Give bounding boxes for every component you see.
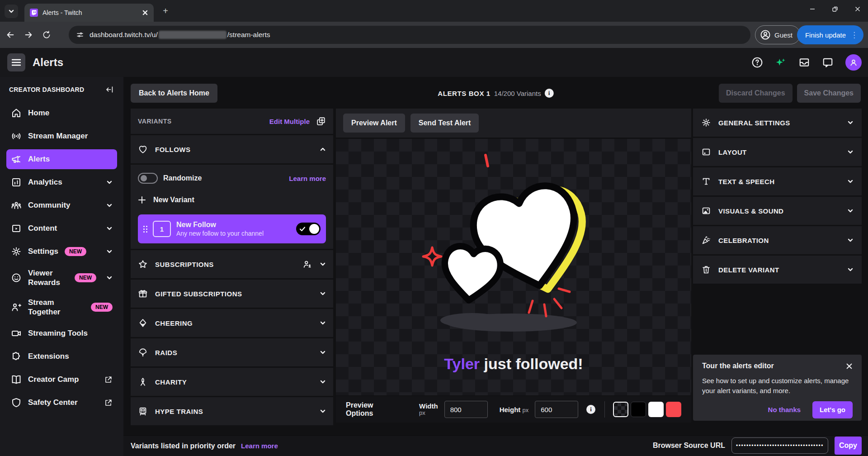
tab-search-button[interactable] — [5, 5, 18, 18]
background-swatch-black[interactable] — [631, 402, 646, 417]
browser-tab[interactable]: Alerts - Twitch — [24, 4, 154, 22]
charity-ribbon-icon — [138, 377, 148, 387]
width-input[interactable] — [444, 401, 488, 418]
sidebar-item-analytics[interactable]: Analytics — [6, 172, 117, 192]
inbox-icon[interactable] — [798, 57, 810, 68]
collapse-sidebar-icon[interactable] — [105, 85, 114, 94]
randomize-learn-more-link[interactable]: Learn more — [289, 175, 326, 182]
sidebar-item-home[interactable]: Home — [6, 103, 117, 123]
visuals-and-sound-section[interactable]: VISUALS & SOUND — [693, 197, 862, 225]
save-changes-button[interactable]: Save Changes — [797, 84, 861, 103]
sidebar-item-settings[interactable]: Settings NEW — [6, 242, 117, 261]
reload-button[interactable] — [39, 27, 54, 43]
copy-button[interactable]: Copy — [835, 437, 862, 455]
new-variant-button[interactable]: New Variant — [138, 189, 326, 211]
variants-count: 14/200 Variants — [494, 90, 541, 97]
window-restore-button[interactable] — [825, 0, 845, 18]
help-icon[interactable] — [751, 57, 763, 68]
gifted-subscriptions-section-header[interactable]: GIFTED SUBSCRIPTIONS — [131, 280, 333, 308]
preview-alert-button[interactable]: Preview Alert — [343, 114, 405, 133]
layout-section[interactable]: LAYOUT — [693, 138, 862, 166]
background-swatch-red[interactable] — [666, 402, 681, 417]
raids-section-header[interactable]: RAIDS — [131, 338, 333, 366]
browser-tab-strip: Alerts - Twitch + — [0, 0, 868, 22]
sidebar-item-content[interactable]: Content — [6, 218, 117, 238]
dimensions-info-icon[interactable]: i — [586, 405, 595, 414]
discard-changes-button[interactable]: Discard Changes — [719, 84, 793, 103]
browser-source-label: Browser Source URL — [653, 442, 725, 450]
page-title: Alerts — [33, 56, 63, 69]
window-minimize-button[interactable] — [802, 0, 823, 18]
sidebar-item-viewer-rewards[interactable]: Viewer Rewards NEW — [6, 265, 117, 291]
sparkle-drops-icon[interactable] — [775, 57, 787, 68]
window-close-button[interactable] — [847, 0, 868, 18]
sidebar-item-creator-camp[interactable]: Creator Camp — [6, 370, 117, 390]
subscriptions-section-header[interactable]: SUBSCRIPTIONS — [131, 250, 333, 278]
user-avatar[interactable] — [845, 54, 862, 71]
sidebar-item-safety-center[interactable]: Safety Center — [6, 393, 117, 413]
whispers-chat-icon[interactable] — [822, 57, 834, 68]
drag-handle[interactable] — [143, 226, 147, 233]
background-swatch-transparent[interactable] — [613, 402, 628, 417]
tab-title: Alerts - Twitch — [42, 9, 137, 16]
tab-close-icon[interactable] — [142, 10, 148, 16]
priority-learn-more-link[interactable]: Learn more — [241, 442, 278, 450]
browser-menu-icon[interactable]: ⋮ — [850, 31, 858, 39]
browser-source-url-field[interactable]: •••••••••••••••••••••••••••••••••• — [731, 437, 828, 454]
hamburger-menu-button[interactable] — [7, 53, 25, 71]
chevron-down-icon — [106, 248, 113, 255]
close-icon[interactable] — [846, 363, 853, 370]
hype-trains-section-header[interactable]: HYPE TRAINS — [131, 397, 333, 425]
sidebar-item-stream-together[interactable]: Stream Together NEW — [6, 294, 117, 320]
site-settings-icon[interactable] — [76, 31, 84, 39]
alert-username: Tyler — [444, 355, 480, 372]
width-label: Widthpx — [419, 402, 438, 417]
duplicate-icon[interactable] — [316, 116, 326, 126]
sidebar-item-extensions[interactable]: Extensions — [6, 347, 117, 366]
guest-profile-button[interactable]: Guest — [755, 25, 800, 44]
chevron-down-icon — [320, 290, 326, 297]
text-and-speech-section[interactable]: TEXT & SPEECH — [693, 167, 862, 195]
text-icon — [701, 176, 711, 186]
content-icon — [11, 223, 22, 234]
finish-update-button[interactable]: Finish update ⋮ — [797, 25, 863, 44]
variant-name: New Follow — [176, 221, 291, 229]
chevron-down-icon — [847, 266, 854, 273]
follows-section-header[interactable]: FOLLOWS — [131, 135, 333, 163]
address-bar[interactable]: dashboard.twitch.tv/u//stream-alerts — [69, 26, 750, 44]
variant-card-new-follow[interactable]: 1 New Follow Any new follow to your chan… — [138, 214, 326, 243]
general-settings-section[interactable]: GENERAL SETTINGS — [693, 109, 862, 137]
guest-avatar-icon — [760, 29, 771, 40]
avatar-person-icon — [849, 57, 859, 67]
chevron-down-icon — [320, 261, 326, 267]
send-test-alert-button[interactable]: Send Test Alert — [410, 114, 479, 133]
lets-go-button[interactable]: Let's go — [812, 401, 853, 418]
cheering-section-header[interactable]: CHEERING — [131, 309, 333, 337]
manage-subscribers-icon[interactable] — [302, 259, 312, 269]
variant-enabled-toggle[interactable] — [296, 223, 321, 235]
gear-icon — [11, 246, 22, 257]
variant-priority-number: 1 — [153, 221, 171, 237]
height-input[interactable] — [535, 401, 578, 418]
sidebar-item-stream-manager[interactable]: Stream Manager — [6, 126, 117, 146]
sidebar-item-alerts[interactable]: Alerts — [6, 149, 117, 169]
edit-multiple-link[interactable]: Edit Multiple — [269, 118, 310, 125]
shield-icon — [11, 397, 22, 408]
celebration-section[interactable]: CELEBRATION — [693, 226, 862, 254]
new-tab-button[interactable]: + — [159, 5, 172, 17]
sidebar-item-streaming-tools[interactable]: Streaming Tools — [6, 323, 117, 343]
forward-button[interactable] — [21, 27, 36, 43]
alert-preview-text: Tyler just followed! — [336, 355, 691, 373]
back-button[interactable] — [3, 27, 18, 43]
back-to-alerts-home-button[interactable]: Back to Alerts Home — [131, 84, 217, 103]
settings-panel: GENERAL SETTINGS LAYOUT TEXT & SPEECH VI… — [693, 109, 862, 285]
charity-section-header[interactable]: CHARITY — [131, 368, 333, 396]
no-thanks-button[interactable]: No thanks — [768, 406, 801, 413]
sidebar-item-community[interactable]: Community — [6, 195, 117, 215]
chevron-down-icon — [106, 225, 113, 232]
delete-variant-section[interactable]: DELETE VARIANT — [693, 256, 862, 284]
background-swatch-white[interactable] — [648, 402, 664, 417]
randomize-toggle[interactable] — [138, 173, 158, 184]
info-icon[interactable]: i — [545, 89, 554, 98]
chevron-down-icon — [847, 119, 854, 126]
